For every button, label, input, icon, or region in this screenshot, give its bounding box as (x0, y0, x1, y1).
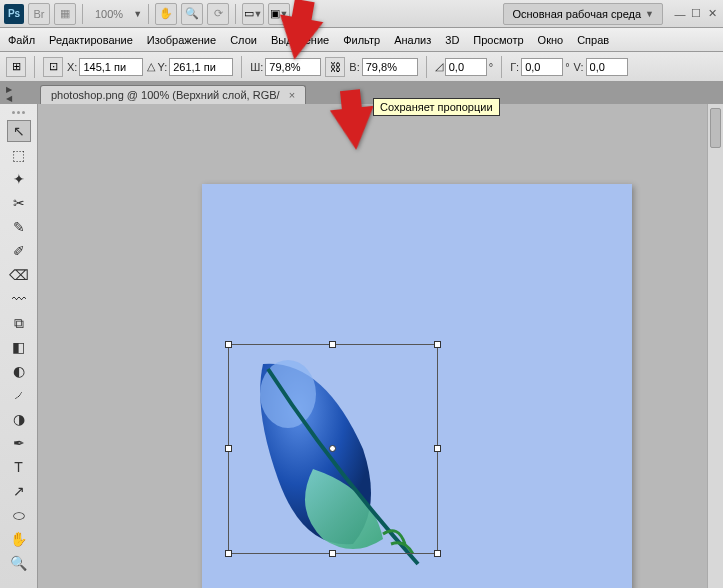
reference-point-icon[interactable]: ⊞ (6, 57, 26, 77)
zoom-tool-button[interactable]: 🔍 (181, 3, 203, 25)
marquee-tool[interactable]: ⬚ (7, 144, 31, 166)
mini-bridge-button[interactable]: ▦ (54, 3, 76, 25)
close-button[interactable]: ✕ (705, 7, 719, 21)
menu-edit[interactable]: Редактирование (49, 34, 133, 46)
menu-file[interactable]: Файл (8, 34, 35, 46)
move-tool[interactable]: ↖ (7, 120, 31, 142)
handle-top-left[interactable] (225, 341, 232, 348)
scrollbar-thumb[interactable] (710, 108, 721, 148)
skew-v-input[interactable] (586, 58, 628, 76)
zoom-tool[interactable]: 🔍 (7, 552, 31, 574)
skew-h-input[interactable] (521, 58, 563, 76)
arrange-button[interactable]: ▭▼ (242, 3, 264, 25)
vertical-scrollbar[interactable] (707, 104, 723, 588)
stamp-tool[interactable]: ⧉ (7, 312, 31, 334)
document-tab-title: photoshop.png @ 100% (Верхний слой, RGB/ (51, 89, 280, 101)
height-label: В: (349, 61, 359, 73)
minimize-button[interactable]: — (673, 7, 687, 21)
handle-center[interactable] (329, 445, 336, 452)
handle-left[interactable] (225, 445, 232, 452)
toolbox: ↖ ⬚ ✦ ✂ ✎ ✐ ⌫ 〰 ⧉ ◧ ◐ ⟋ ◑ ✒ T ↗ ⬭ ✋ 🔍 (0, 104, 38, 588)
menu-filter[interactable]: Фильтр (343, 34, 380, 46)
toolbox-grip[interactable] (4, 108, 34, 116)
zoom-dropdown-icon[interactable]: ▼ (133, 9, 142, 19)
lasso-tool[interactable]: ✦ (7, 168, 31, 190)
brush-tool[interactable]: 〰 (7, 288, 31, 310)
annotation-arrow-2 (330, 106, 378, 152)
tab-close-icon[interactable]: × (289, 89, 295, 101)
workspace-label-text: Основная рабочая среда (512, 8, 641, 20)
gradient-tool[interactable]: ⟋ (7, 384, 31, 406)
menu-layer[interactable]: Слои (230, 34, 257, 46)
skew-h-label: Г: (510, 61, 519, 73)
chevron-down-icon: ▼ (645, 9, 654, 19)
pen-tool[interactable]: ✒ (7, 432, 31, 454)
title-bar: Ps Br ▦ 100% ▼ ✋ 🔍 ⟳ ▭▼ ▣▼ Основная рабо… (0, 0, 723, 28)
width-label: Ш: (250, 61, 263, 73)
menu-bar: Файл Редактирование Изображение Слои Выд… (0, 28, 723, 52)
y-label: Y: (157, 61, 167, 73)
handle-top[interactable] (329, 341, 336, 348)
document-tab-bar: ▶◀ photoshop.png @ 100% (Верхний слой, R… (0, 82, 723, 104)
link-proportions-button[interactable]: ⛓ (325, 57, 345, 77)
rotate-view-button[interactable]: ⟳ (207, 3, 229, 25)
menu-3d[interactable]: 3D (445, 34, 459, 46)
menu-image[interactable]: Изображение (147, 34, 216, 46)
angle-unit: ° (489, 61, 493, 73)
workspace-switcher[interactable]: Основная рабочая среда ▼ (503, 3, 663, 25)
hand-tool[interactable]: ✋ (7, 528, 31, 550)
angle-icon: ◿ (435, 60, 443, 73)
history-brush-tool[interactable]: ◧ (7, 336, 31, 358)
crop-tool[interactable]: ✎ (7, 216, 31, 238)
skew-h-unit: ° (565, 61, 569, 73)
handle-right[interactable] (434, 445, 441, 452)
x-label: X: (67, 61, 77, 73)
height-input[interactable] (362, 58, 418, 76)
handle-top-right[interactable] (434, 341, 441, 348)
app-logo: Ps (4, 4, 24, 24)
y-input[interactable] (169, 58, 233, 76)
handle-bottom-right[interactable] (434, 550, 441, 557)
bridge-button[interactable]: Br (28, 3, 50, 25)
work-area: ↖ ⬚ ✦ ✂ ✎ ✐ ⌫ 〰 ⧉ ◧ ◐ ⟋ ◑ ✒ T ↗ ⬭ ✋ 🔍 (0, 104, 723, 588)
annotation-arrow-1 (273, 14, 324, 63)
eraser-tool[interactable]: ◐ (7, 360, 31, 382)
x-input[interactable] (79, 58, 143, 76)
canvas-area[interactable] (38, 104, 723, 588)
handle-bottom-left[interactable] (225, 550, 232, 557)
document-tab[interactable]: photoshop.png @ 100% (Верхний слой, RGB/… (40, 85, 306, 104)
delta-icon: △ (147, 60, 155, 73)
quick-select-tool[interactable]: ✂ (7, 192, 31, 214)
angle-input[interactable] (445, 58, 487, 76)
menu-view[interactable]: Просмотр (473, 34, 523, 46)
path-select-tool[interactable]: ↗ (7, 480, 31, 502)
tab-scroll-arrows[interactable]: ▶◀ (6, 85, 12, 103)
type-tool[interactable]: T (7, 456, 31, 478)
transform-bounding-box[interactable] (228, 344, 438, 554)
hand-tool-button[interactable]: ✋ (155, 3, 177, 25)
menu-window[interactable]: Окно (538, 34, 564, 46)
reference-grid-icon[interactable]: ⊡ (43, 57, 63, 77)
handle-bottom[interactable] (329, 550, 336, 557)
healing-tool[interactable]: ⌫ (7, 264, 31, 286)
eyedropper-tool[interactable]: ✐ (7, 240, 31, 262)
menu-help[interactable]: Справ (577, 34, 609, 46)
menu-analysis[interactable]: Анализ (394, 34, 431, 46)
options-bar: ⊞ ⊡ X: △ Y: Ш: ⛓ В: ◿ ° Г: ° V: (0, 52, 723, 82)
link-tooltip: Сохраняет пропорции (373, 98, 500, 116)
zoom-percent[interactable]: 100% (89, 8, 129, 20)
skew-v-label: V: (574, 61, 584, 73)
maximize-button[interactable]: ☐ (689, 7, 703, 21)
blur-tool[interactable]: ◑ (7, 408, 31, 430)
shape-tool[interactable]: ⬭ (7, 504, 31, 526)
